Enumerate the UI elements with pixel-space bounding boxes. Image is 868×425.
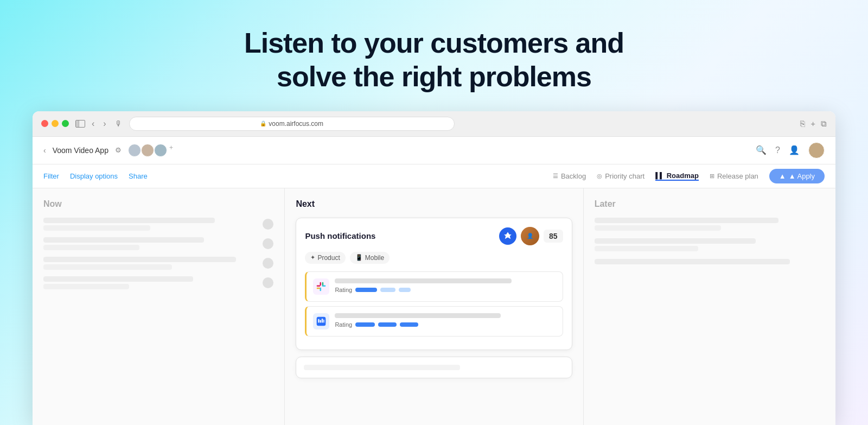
later-item-3 [595, 259, 825, 264]
mobile-tag-label: Mobile [365, 254, 384, 262]
later-item-content-1 [595, 218, 825, 231]
svg-rect-10 [324, 319, 325, 322]
feedback-content-1: Rating [335, 278, 556, 293]
traffic-light-yellow[interactable] [52, 120, 59, 127]
feature-title: Push notifications [305, 231, 499, 240]
blurred-line [43, 225, 150, 231]
more-users-icon: + [169, 144, 173, 157]
priority-chart-icon: ◎ [597, 173, 602, 180]
sidebar-toggle-icon[interactable] [75, 120, 85, 128]
feedback-item-1: Rating [305, 271, 563, 302]
view-tabs: ☰ Backlog ◎ Priority chart ▌▌ Roadmap ⊞ … [553, 169, 825, 183]
rating-row-1: Rating [335, 287, 556, 293]
back-nav-button[interactable]: ‹ [90, 118, 97, 130]
now-column: Now [33, 188, 285, 425]
svg-rect-0 [320, 282, 322, 286]
rating-label-2: Rating [335, 321, 352, 328]
feature-tags: ✦ Product 📱 Mobile [305, 252, 563, 264]
blurred-line [595, 218, 779, 223]
feature-type-icon [499, 227, 516, 245]
product-tag: ✦ Product [305, 252, 345, 264]
help-icon-button[interactable]: ? [775, 145, 780, 155]
rating-label: Rating [335, 287, 352, 293]
rating-bar-filled-3 [378, 322, 397, 327]
user-avatars: + [128, 144, 173, 157]
url-text: voom.airfocus.com [269, 120, 323, 128]
now-item-content-1 [43, 218, 257, 231]
display-options-button[interactable]: Display options [70, 172, 118, 180]
later-item-content-2 [595, 238, 825, 251]
svg-rect-9 [322, 319, 323, 323]
current-user-avatar[interactable] [808, 142, 825, 158]
browser-controls: ‹ › [75, 118, 108, 130]
new-tab-icon[interactable]: + [810, 119, 815, 129]
release-plan-icon: ⊞ [710, 173, 714, 180]
roadmap-label: Roadmap [667, 172, 699, 180]
svg-rect-8 [320, 320, 322, 322]
now-item-content-4 [43, 276, 257, 289]
backlog-icon: ☰ [553, 173, 558, 180]
avatar-initials: 👤 [527, 233, 533, 239]
rating-row-2: Rating [335, 321, 556, 328]
blurred-line [595, 238, 756, 244]
workspace-back-button[interactable]: ‹ [43, 146, 46, 155]
tab-priority-chart[interactable]: ◎ Priority chart [597, 172, 644, 180]
hero-section: Listen to your customers and solve the r… [244, 26, 624, 94]
later-column: Later [584, 188, 835, 425]
share-button[interactable]: Share [129, 172, 148, 180]
priority-chart-label: Priority chart [605, 172, 644, 180]
app-gear-icon[interactable]: ⚙ [115, 146, 122, 154]
now-item-content-2 [43, 237, 257, 250]
rating-bar-filled-4 [400, 322, 418, 327]
next-column: Next Push notifications 👤 85 [285, 188, 583, 425]
apply-button[interactable]: ▲ ▲ Apply [769, 169, 825, 183]
blurred-line [43, 276, 193, 282]
now-item-2 [43, 237, 273, 250]
feedback-content-2: Rating [335, 313, 556, 328]
blurred-line [595, 259, 790, 264]
svg-rect-7 [318, 319, 320, 323]
now-items [43, 218, 273, 289]
now-item-1 [43, 218, 273, 231]
window-icon[interactable]: ⧉ [821, 119, 827, 129]
tab-release-plan[interactable]: ⊞ Release plan [710, 172, 758, 180]
roadmap-content: Now [33, 188, 835, 425]
forward-nav-button[interactable]: › [101, 118, 108, 130]
address-bar[interactable]: 🔒 voom.airfocus.com [129, 117, 455, 131]
now-item-content-3 [43, 257, 257, 270]
tab-backlog[interactable]: ☰ Backlog [553, 172, 586, 180]
filter-button[interactable]: Filter [43, 172, 59, 180]
blurred-line [43, 284, 129, 289]
roadmap-icon: ▌▌ [655, 172, 664, 179]
product-tag-icon: ✦ [310, 254, 315, 261]
later-item-2 [595, 238, 825, 251]
feedback-text [335, 313, 500, 318]
now-item-4 [43, 276, 273, 289]
blurred-dot [263, 277, 273, 288]
tab-roadmap[interactable]: ▌▌ Roadmap [655, 172, 699, 181]
blurred-line [43, 218, 215, 223]
feedback-text [335, 278, 512, 283]
apply-label: ▲ Apply [789, 172, 815, 180]
feature-card[interactable]: Push notifications 👤 85 ✦ Product [296, 218, 572, 350]
bookmark-icon[interactable]: ⎘ [800, 119, 805, 129]
traffic-light-green[interactable] [62, 120, 69, 127]
browser-chrome: ‹ › 🎙 🔒 voom.airfocus.com ⎘ + ⧉ [33, 111, 835, 137]
search-icon-button[interactable]: 🔍 [756, 145, 767, 155]
hero-title: Listen to your customers and solve the r… [244, 26, 624, 94]
later-items [595, 218, 825, 264]
partial-card [296, 357, 572, 378]
apply-icon: ▲ [779, 172, 786, 180]
now-header: Now [43, 199, 273, 209]
toolbar-right: 🔍 ? 👤 [756, 142, 825, 158]
partial-card-line [304, 365, 460, 370]
app-toolbar: ‹ Voom Video App ⚙ + 🔍 ? 👤 [33, 137, 835, 164]
hero-line1: Listen to your customers and [244, 27, 624, 59]
blurred-line [595, 246, 698, 251]
feature-card-header: Push notifications 👤 85 [305, 227, 563, 245]
rating-bar-light-2 [399, 288, 411, 292]
app-name-label: Voom Video App [53, 146, 108, 155]
traffic-light-red[interactable] [41, 120, 48, 127]
user-icon-button[interactable]: 👤 [789, 145, 800, 155]
later-header: Later [595, 199, 825, 209]
